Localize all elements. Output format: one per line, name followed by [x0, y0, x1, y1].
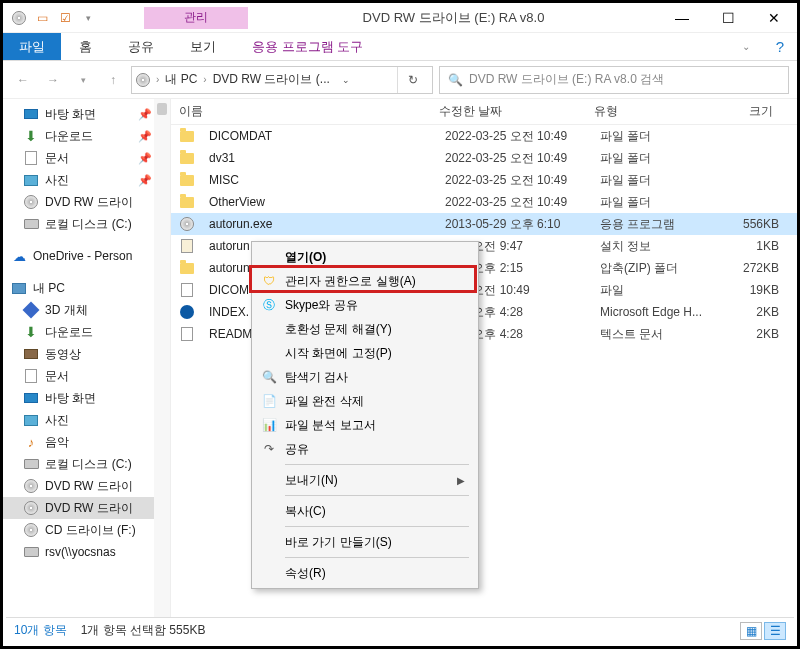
file-size: 1KB [712, 239, 787, 253]
menu-properties[interactable]: 속성(R) [255, 561, 475, 585]
menu-open[interactable]: 열기(O) [255, 245, 475, 269]
tree-onedrive[interactable]: ☁OneDrive - Person [3, 245, 170, 267]
file-name: autorun.exe [201, 217, 437, 231]
app-icon [11, 10, 27, 26]
file-row[interactable]: autorun.exe2013-05-29 오후 6:10응용 프로그램556K… [171, 213, 797, 235]
ribbon-view-tab[interactable]: 보기 [172, 33, 234, 60]
menu-sendto[interactable]: 보내기(N)▶ [255, 468, 475, 492]
close-button[interactable]: ✕ [751, 3, 797, 33]
drive-icon [23, 456, 39, 472]
help-button[interactable]: ? [763, 33, 797, 60]
menu-run-as-admin[interactable]: 🛡관리자 권한으로 실행(A) [255, 269, 475, 293]
tree-item[interactable]: 사진 [3, 409, 170, 431]
ribbon-share-tab[interactable]: 공유 [110, 33, 172, 60]
menu-props-label: 속성(R) [285, 565, 326, 582]
tree-item[interactable]: DVD RW 드라이 [3, 497, 170, 519]
tree-item[interactable]: ⬇다운로드 [3, 321, 170, 343]
tree-item[interactable]: 문서📌 [3, 147, 170, 169]
qat-dropdown-icon[interactable]: ▾ [80, 10, 96, 26]
file-row[interactable]: OtherView2022-03-25 오전 10:49파일 폴더 [171, 191, 797, 213]
status-selection: 1개 항목 선택함 555KB [81, 622, 206, 639]
tree-item[interactable]: 바탕 화면 [3, 387, 170, 409]
column-header-row: 이름 수정한 날짜 유형 크기 [171, 99, 797, 125]
breadcrumb-drive[interactable]: DVD RW 드라이브 (... [213, 71, 330, 88]
tree-scrollbar[interactable] [154, 99, 170, 617]
file-row[interactable]: dv312022-03-25 오전 10:49파일 폴더 [171, 147, 797, 169]
tree-item[interactable]: DVD RW 드라이 [3, 191, 170, 213]
menu-pin-label: 시작 화면에 고정(P) [285, 345, 392, 362]
breadcrumb-sep-icon[interactable]: › [156, 74, 159, 85]
ribbon-collapse-button[interactable]: ⌄ [729, 33, 763, 60]
col-name-header[interactable]: 이름 [171, 103, 431, 120]
tree-item[interactable]: 사진📌 [3, 169, 170, 191]
ribbon-apptools-tab[interactable]: 응용 프로그램 도구 [234, 33, 381, 60]
menu-av-report[interactable]: 📊파일 분석 보고서 [255, 413, 475, 437]
menu-share[interactable]: ↷공유 [255, 437, 475, 461]
3d-icon [23, 302, 39, 318]
file-type: 파일 [592, 282, 712, 299]
view-large-icons-button[interactable]: ▦ [740, 622, 762, 640]
qat-properties-icon[interactable]: ▭ [34, 10, 50, 26]
col-size-header[interactable]: 크기 [706, 103, 781, 120]
window-title: DVD RW 드라이브 (E:) RA v8.0 [248, 9, 659, 27]
file-date: 2022-03-25 오전 10:49 [437, 172, 592, 189]
tree-label: 로컬 디스크 (C:) [45, 456, 132, 473]
search-icon: 🔍 [448, 73, 463, 87]
tree-item[interactable]: 3D 개체 [3, 299, 170, 321]
nav-tree[interactable]: 바탕 화면📌⬇다운로드📌문서📌사진📌DVD RW 드라이로컬 디스크 (C:)☁… [3, 99, 171, 617]
tree-item[interactable]: 동영상 [3, 343, 170, 365]
file-icon [179, 282, 195, 298]
tree-item[interactable]: 바탕 화면📌 [3, 103, 170, 125]
file-row[interactable]: DICOMDAT2022-03-25 오전 10:49파일 폴더 [171, 125, 797, 147]
file-date: 2022-03-25 오전 10:49 [437, 150, 592, 167]
tree-thispc[interactable]: 내 PC [3, 277, 170, 299]
view-details-button[interactable]: ☰ [764, 622, 786, 640]
menu-compat[interactable]: 호환성 문제 해결(Y) [255, 317, 475, 341]
menu-pin-start[interactable]: 시작 화면에 고정(P) [255, 341, 475, 365]
edge-icon [179, 304, 195, 320]
nav-history-button[interactable]: ▾ [71, 68, 95, 92]
maximize-button[interactable]: ☐ [705, 3, 751, 33]
tree-item[interactable]: CD 드라이브 (F:) [3, 519, 170, 541]
tree-item[interactable]: 로컬 디스크 (C:) [3, 453, 170, 475]
menu-runas-label: 관리자 권한으로 실행(A) [285, 273, 416, 290]
folder-icon [179, 194, 195, 210]
ribbon-file-tab[interactable]: 파일 [3, 33, 61, 60]
qat-checkbox-icon[interactable]: ☑ [57, 10, 73, 26]
tree-item[interactable]: rsv(\\yocsnas [3, 541, 170, 563]
nav-up-button[interactable]: ↑ [101, 68, 125, 92]
tree-item[interactable]: ♪음악 [3, 431, 170, 453]
menu-av-scan[interactable]: 🔍탐색기 검사 [255, 365, 475, 389]
file-name: dv31 [201, 151, 437, 165]
menu-skype-label: Skype와 공유 [285, 297, 358, 314]
file-row[interactable]: MISC2022-03-25 오전 10:49파일 폴더 [171, 169, 797, 191]
breadcrumb-pc[interactable]: 내 PC [165, 71, 197, 88]
search-input[interactable]: 🔍 DVD RW 드라이브 (E:) RA v8.0 검색 [439, 66, 789, 94]
tree-item[interactable]: 로컬 디스크 (C:) [3, 213, 170, 235]
addr-dropdown-button[interactable]: ⌄ [336, 75, 356, 85]
nav-back-button[interactable]: ← [11, 68, 35, 92]
folder-icon [179, 128, 195, 144]
menu-av-shred[interactable]: 📄파일 완전 삭제 [255, 389, 475, 413]
file-type: 파일 폴더 [592, 172, 712, 189]
ribbon-home-tab[interactable]: 홈 [61, 33, 110, 60]
menu-copy[interactable]: 복사(C) [255, 499, 475, 523]
addr-drive-icon [136, 73, 150, 87]
pin-icon: 📌 [138, 152, 152, 165]
menu-shortcut-label: 바로 가기 만들기(S) [285, 534, 392, 551]
address-bar[interactable]: › 내 PC › DVD RW 드라이브 (... ⌄ ↻ [131, 66, 433, 94]
file-type: 파일 폴더 [592, 194, 712, 211]
tree-item[interactable]: DVD RW 드라이 [3, 475, 170, 497]
minimize-button[interactable]: ― [659, 3, 705, 33]
file-type: 응용 프로그램 [592, 216, 712, 233]
tree-item[interactable]: ⬇다운로드📌 [3, 125, 170, 147]
col-type-header[interactable]: 유형 [586, 103, 706, 120]
nav-forward-button[interactable]: → [41, 68, 65, 92]
menu-skype-share[interactable]: ⓈSkype와 공유 [255, 293, 475, 317]
col-date-header[interactable]: 수정한 날짜 [431, 103, 586, 120]
breadcrumb-sep-icon[interactable]: › [203, 74, 206, 85]
refresh-button[interactable]: ↻ [397, 67, 428, 93]
tree-label: 음악 [45, 434, 69, 451]
tree-item[interactable]: 문서 [3, 365, 170, 387]
menu-shortcut[interactable]: 바로 가기 만들기(S) [255, 530, 475, 554]
